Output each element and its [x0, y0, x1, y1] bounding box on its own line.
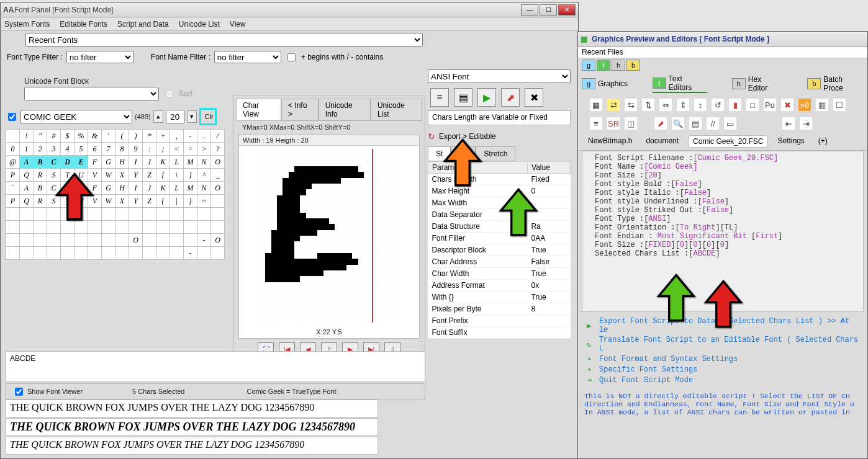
glyph-cell[interactable] — [129, 221, 143, 234]
glyph-cell[interactable]: U — [75, 195, 88, 208]
glyph-cell[interactable]: _ — [211, 169, 225, 182]
tab-unicode-list[interactable]: Unicode List — [371, 99, 422, 121]
tb-ic7[interactable]: ↕ — [694, 98, 707, 112]
glyph-cell[interactable]: R — [34, 195, 47, 208]
glyph-cell[interactable] — [34, 221, 47, 234]
tb2-block-icon[interactable]: ▭ — [723, 117, 737, 130]
glyph-cell[interactable] — [34, 247, 47, 260]
glyph-cell[interactable]: 0 — [6, 143, 20, 156]
mode-text-editors[interactable]: tText Editors — [653, 74, 707, 93]
menu-unicode-list[interactable]: Unicode List — [179, 20, 220, 29]
glyph-cell[interactable]: ] — [184, 169, 197, 182]
tab-t[interactable]: t — [597, 60, 610, 71]
glyph-cell[interactable] — [75, 247, 88, 260]
glyph-cell[interactable]: S — [47, 169, 61, 182]
glyph-cell[interactable] — [61, 247, 75, 260]
param-value[interactable]: True — [528, 268, 571, 280]
glyph-cell[interactable]: $ — [61, 130, 75, 143]
glyph-cell[interactable] — [156, 221, 170, 234]
glyph-cell[interactable]: G — [102, 182, 115, 195]
tb-ic6[interactable]: ⇕ — [676, 98, 690, 112]
glyph-cell[interactable] — [20, 221, 34, 234]
glyph-cell[interactable] — [156, 247, 170, 260]
glyph-cell[interactable]: Q — [20, 169, 34, 182]
maximize-button[interactable]: ☐ — [540, 4, 557, 16]
font-type-filter-select[interactable]: no filter — [66, 51, 133, 63]
glyph-cell[interactable] — [75, 208, 88, 221]
doc-tab-plus[interactable]: (+) — [815, 135, 831, 148]
glyph-cell[interactable]: X — [115, 195, 129, 208]
glyph-cell[interactable]: L — [170, 156, 184, 169]
glyph-cell[interactable] — [102, 247, 115, 260]
glyph-cell[interactable] — [115, 221, 129, 234]
glyph-cell[interactable] — [156, 234, 170, 247]
glyph-cell[interactable] — [61, 234, 75, 247]
glyph-cell[interactable] — [6, 208, 20, 221]
glyph-cell[interactable]: H — [115, 156, 129, 169]
glyph-cell[interactable]: D — [61, 182, 75, 195]
unicode-block-select[interactable] — [24, 87, 159, 100]
glyph-cell[interactable]: G — [102, 156, 115, 169]
glyph-cell[interactable]: C — [47, 182, 61, 195]
tb2-filt-icon[interactable]: ▤ — [689, 117, 702, 130]
char-pixel-canvas[interactable] — [239, 146, 419, 326]
tb2-exp-icon[interactable]: ⬈ — [654, 117, 667, 130]
glyph-cell[interactable]: K — [156, 156, 170, 169]
glyph-cell[interactable]: V — [88, 169, 102, 182]
glyph-cell[interactable] — [184, 221, 197, 234]
doc-tab-0[interactable]: NewBitmap.h — [584, 135, 636, 148]
glyph-cell[interactable]: 9 — [129, 143, 143, 156]
glyph-cell[interactable]: M — [184, 182, 197, 195]
glyph-cell[interactable]: } — [184, 195, 197, 208]
glyph-cell[interactable] — [115, 247, 129, 260]
glyph-cell[interactable] — [184, 208, 197, 221]
font-name-select[interactable]: COMIC GEEK — [20, 110, 132, 123]
menu-icon[interactable]: ≡ — [430, 88, 449, 107]
glyph-cell[interactable]: Z — [143, 169, 156, 182]
tb2-comment-icon[interactable]: // — [706, 117, 720, 130]
glyph-cell[interactable]: : — [143, 143, 156, 156]
play-icon[interactable]: ▶ — [477, 88, 496, 107]
glyph-cell[interactable]: S — [47, 195, 61, 208]
export-arrow-icon[interactable]: ⬈ — [501, 88, 520, 107]
tb-ic8[interactable]: ↺ — [711, 98, 725, 112]
glyph-cell[interactable] — [211, 247, 225, 260]
glyph-cell[interactable] — [34, 234, 47, 247]
tab-unicode-info[interactable]: Unicode Info — [319, 99, 371, 121]
menu-system-fonts[interactable]: System Fonts — [4, 20, 50, 29]
glyph-cell[interactable]: O — [211, 234, 225, 247]
param-value[interactable]: True — [528, 292, 571, 303]
glyph-cell[interactable] — [170, 208, 184, 221]
tab-char-view[interactable]: Char View — [236, 99, 281, 121]
glyph-cell[interactable]: 3 — [47, 143, 61, 156]
glyph-cell[interactable]: / — [211, 130, 225, 143]
glyph-cell[interactable]: W — [102, 195, 115, 208]
sort-checkbox[interactable] — [165, 90, 173, 98]
tab-blank[interactable] — [451, 146, 476, 161]
glyph-cell[interactable] — [6, 130, 20, 143]
glyph-cell[interactable] — [129, 208, 143, 221]
glyph-cell[interactable] — [47, 208, 61, 221]
tb-ic5[interactable]: ⇔ — [659, 98, 672, 112]
glyph-cell[interactable] — [47, 247, 61, 260]
stepper-up[interactable]: ▲ — [153, 110, 163, 123]
glyph-cell[interactable]: | — [170, 195, 184, 208]
param-value[interactable] — [528, 315, 571, 327]
glyph-cell[interactable]: Z — [143, 195, 156, 208]
glyph-cell[interactable]: O — [129, 234, 143, 247]
glyph-cell[interactable]: Y — [129, 195, 143, 208]
glyph-cell[interactable]: ) — [129, 130, 143, 143]
ansi-font-select[interactable]: ANSI Font — [428, 69, 571, 83]
tab-b[interactable]: b — [626, 60, 640, 71]
glyph-cell[interactable] — [88, 247, 102, 260]
glyph-cell[interactable] — [115, 234, 129, 247]
glyph-cell[interactable]: % — [75, 130, 88, 143]
glyph-cell[interactable] — [88, 234, 102, 247]
recent-fonts-select[interactable]: Recent Fonts — [25, 33, 423, 47]
glyph-cell[interactable]: # — [47, 130, 61, 143]
glyph-cell[interactable]: 1 — [20, 143, 34, 156]
export-editable-label[interactable]: Export > Editable — [439, 132, 496, 141]
param-value[interactable]: 0 — [528, 185, 571, 197]
glyph-cell[interactable]: , — [170, 130, 184, 143]
tb-ic2[interactable]: ⇄ — [607, 98, 620, 112]
